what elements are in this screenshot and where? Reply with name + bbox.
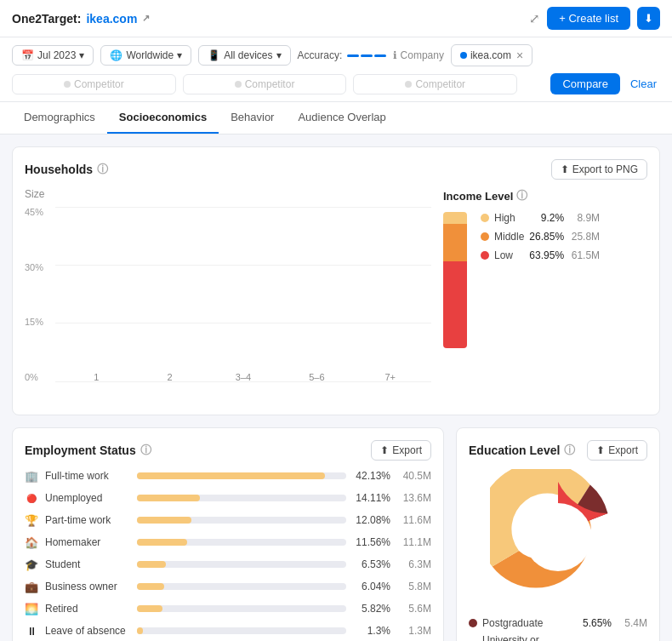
bar-xlabel-2: 2 xyxy=(168,372,173,382)
households-header: Households ⓘ ⬆ Export to PNG xyxy=(25,159,647,180)
emp-val-fulltime: 40.5M xyxy=(397,470,431,482)
emp-pct-retired: 5.82% xyxy=(353,603,390,615)
households-card: Households ⓘ ⬆ Export to PNG Size 45% 30… xyxy=(12,146,660,415)
y-label-45: 45% xyxy=(25,207,52,217)
bar-1: 1 xyxy=(73,365,119,382)
download-button[interactable]: ⬇ xyxy=(637,7,660,30)
app-name: One2Target: xyxy=(12,12,81,26)
emp-row-homemaker: 🏠 Homemaker 11.56% 11.1M xyxy=(25,535,431,549)
emp-pct-fulltime: 42.13% xyxy=(353,470,390,482)
income-dot-middle xyxy=(481,232,489,241)
clear-button[interactable]: Clear xyxy=(627,73,660,94)
emp-label-homemaker: Homemaker xyxy=(45,536,130,548)
close-icon[interactable]: × xyxy=(516,49,523,62)
emp-fill-fulltime xyxy=(137,472,325,479)
bar-xlabel-4: 5–6 xyxy=(309,372,324,382)
device-label: All devices xyxy=(224,49,272,61)
bar-xlabel-5: 7+ xyxy=(384,372,396,382)
income-legend-middle: Middle 26.85% 25.8M xyxy=(481,231,600,243)
edu-label-postgrad: Postgraduate xyxy=(482,617,572,629)
emp-row-leave: ⏸ Leave of absence 1.3% 1.3M xyxy=(25,624,431,638)
emp-fill-student xyxy=(137,561,166,568)
emp-icon-retired: 🌅 xyxy=(25,602,38,615)
employment-title-text: Employment Status xyxy=(25,444,136,457)
emp-label-leave: Leave of absence xyxy=(45,625,130,637)
competitor-1[interactable]: Competitor xyxy=(12,74,176,94)
education-export-label: Export xyxy=(608,444,638,456)
income-val-high: 8.9M xyxy=(569,212,600,224)
income-bar-low xyxy=(443,261,467,348)
edu-row-university: University or College 43.25% 41.6M xyxy=(469,634,647,641)
geo-filter[interactable]: 🌐 Worldwide ▾ xyxy=(100,45,191,66)
emp-label-student: Student xyxy=(45,558,130,570)
external-link-icon[interactable]: ↗ xyxy=(142,13,150,24)
emp-label-retired: Retired xyxy=(45,603,130,615)
top-bar: One2Target: ikea.com ↗ ⤢ + Create list ⬇ xyxy=(0,0,672,37)
export-label: Export to PNG xyxy=(572,163,638,175)
company-label: ℹ Company xyxy=(393,49,444,61)
education-info-icon[interactable]: ⓘ xyxy=(564,443,575,458)
upload-icon-2: ⬆ xyxy=(380,444,389,456)
tab-socioeconomics[interactable]: Socioeconomics xyxy=(107,102,219,134)
competitor-2[interactable]: Competitor xyxy=(183,74,347,94)
active-filter-ikea[interactable]: ikea.com × xyxy=(451,44,532,66)
households-title-text: Households xyxy=(25,163,93,176)
income-label-low: Low xyxy=(494,249,524,261)
emp-icon-fulltime: 🏢 xyxy=(25,469,38,483)
comp-dot-2 xyxy=(235,81,242,88)
donut-chart xyxy=(490,469,626,605)
edu-label-university: University or College xyxy=(482,634,572,641)
emp-pct-leave: 1.3% xyxy=(353,625,390,637)
emp-track-retired xyxy=(137,605,346,612)
emp-row-parttime: 🏆 Part-time work 12.08% 11.6M xyxy=(25,513,431,527)
compare-button[interactable]: Compare xyxy=(550,73,619,94)
emp-track-business xyxy=(137,583,346,590)
emp-icon-parttime: 🏆 xyxy=(25,513,38,527)
competitor-3[interactable]: Competitor xyxy=(353,74,517,94)
employment-rows: 🏢 Full-time work 42.13% 40.5M 🔴 Unemploy… xyxy=(25,469,431,641)
y-axis: 45% 30% 15% 0% xyxy=(25,207,52,382)
income-legend: High 9.2% 8.9M Middle 26.85% 25.8M xyxy=(481,212,600,261)
create-list-button[interactable]: + Create list xyxy=(547,7,630,30)
income-title-text: Income Level xyxy=(443,190,513,203)
tab-demographics[interactable]: Demographics xyxy=(12,102,107,134)
active-filter-label: ikea.com xyxy=(470,49,511,61)
tab-audience-overlap[interactable]: Audience Overlap xyxy=(286,102,397,134)
bars-container: 1 2 3–4 5–6 xyxy=(55,207,431,403)
y-label-15: 15% xyxy=(25,317,52,327)
device-filter[interactable]: 📱 All devices ▾ xyxy=(198,45,290,66)
comp-dot-1 xyxy=(64,81,71,88)
households-title: Households ⓘ xyxy=(25,162,108,177)
households-info-icon[interactable]: ⓘ xyxy=(97,162,108,177)
emp-icon-homemaker: 🏠 xyxy=(25,535,38,549)
income-dot-low xyxy=(481,251,489,260)
households-export-button[interactable]: ⬆ Export to PNG xyxy=(551,159,647,180)
edu-row-postgrad: Postgraduate 5.65% 5.4M xyxy=(469,617,647,629)
donut-center xyxy=(524,503,592,571)
date-filter[interactable]: 📅 Jul 2023 ▾ xyxy=(12,45,94,66)
filter-bar: 📅 Jul 2023 ▾ 🌐 Worldwide ▾ 📱 All devices… xyxy=(0,37,672,102)
employment-info-icon[interactable]: ⓘ xyxy=(140,443,151,458)
emp-val-student: 6.3M xyxy=(397,558,431,570)
employment-export-button[interactable]: ⬆ Export xyxy=(371,440,431,461)
emp-fill-parttime xyxy=(137,517,191,524)
emp-row-student: 🎓 Student 6.53% 6.3M xyxy=(25,558,431,571)
employment-title: Employment Status ⓘ xyxy=(25,443,151,458)
tab-behavior[interactable]: Behavior xyxy=(219,102,286,134)
emp-label-business: Business owner xyxy=(45,581,130,592)
emp-row-business: 💼 Business owner 6.04% 5.8M xyxy=(25,580,431,593)
expand-icon[interactable]: ⤢ xyxy=(529,11,540,26)
upload-icon-3: ⬆ xyxy=(596,444,605,456)
emp-track-student xyxy=(137,561,346,568)
size-chart: Size 45% 30% 15% 0% xyxy=(25,188,431,403)
income-info-icon[interactable]: ⓘ xyxy=(516,188,527,203)
education-export-button[interactable]: ⬆ Export xyxy=(587,440,647,461)
emp-row-fulltime: 🏢 Full-time work 42.13% 40.5M xyxy=(25,469,431,483)
emp-track-unemployed xyxy=(137,495,346,501)
income-legend-low: Low 63.95% 61.5M xyxy=(481,249,600,261)
main-content: Households ⓘ ⬆ Export to PNG Size 45% 30… xyxy=(0,134,672,641)
brand-link[interactable]: ikea.com xyxy=(86,12,137,26)
accuracy-indicator xyxy=(347,54,386,57)
chevron-down-icon: ▾ xyxy=(276,49,282,61)
employment-card: Employment Status ⓘ ⬆ Export 🏢 Full-time… xyxy=(12,427,444,641)
